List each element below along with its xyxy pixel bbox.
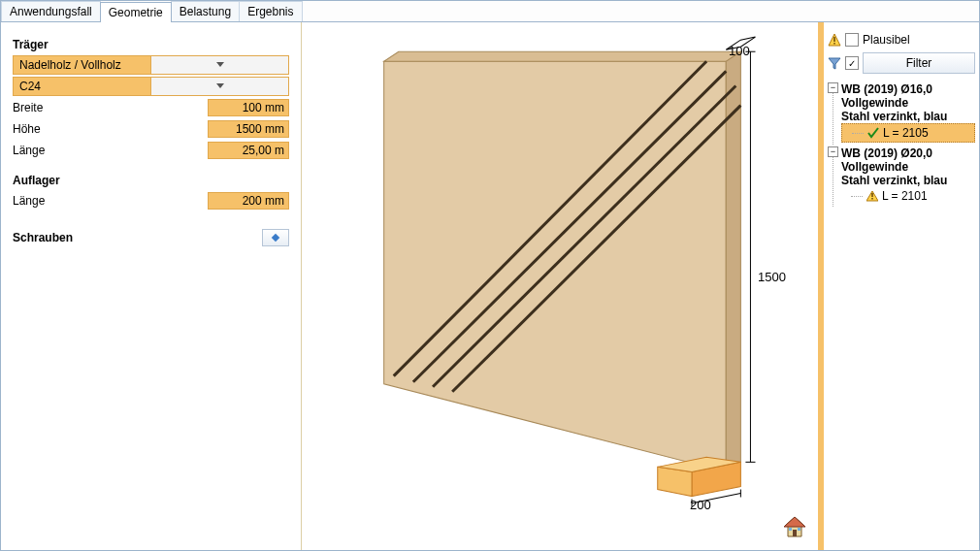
svg-rect-0: [272, 234, 279, 242]
plausibel-label: Plausibel: [863, 33, 910, 47]
warning-icon: [828, 33, 841, 47]
funnel-icon: [828, 56, 841, 70]
tab-bar: Anwendungsfall Geometrie Belastung Ergeb…: [1, 1, 979, 22]
collapse-icon[interactable]: −: [828, 82, 838, 93]
viewport-3d[interactable]: 100 1500 200: [302, 22, 818, 550]
laenge-input[interactable]: 25,00 m: [208, 142, 289, 159]
svg-rect-19: [793, 530, 797, 536]
svg-rect-28: [871, 198, 872, 200]
auflager-laenge-label: Länge: [13, 194, 208, 208]
svg-rect-21: [798, 528, 800, 531]
leaf-label: L = 2101: [882, 189, 928, 203]
dim-top: 100: [729, 44, 750, 58]
tree-node-sub2: Stahl verzinkt, blau: [841, 174, 975, 187]
collapse-icon[interactable]: −: [828, 146, 838, 157]
section-auflager: Auflager: [13, 174, 289, 187]
svg-marker-18: [784, 517, 805, 527]
dim-side: 1500: [758, 270, 786, 284]
class-select[interactable]: C24: [13, 77, 289, 96]
hoehe-label: Höhe: [13, 122, 208, 136]
hoehe-input[interactable]: 1500 mm: [208, 120, 289, 138]
tab-anwendungsfall[interactable]: Anwendungsfall: [1, 1, 101, 21]
tree-node-title: WB (2019) Ø16,0: [841, 82, 975, 96]
laenge-label: Länge: [13, 144, 208, 157]
plausibel-checkbox[interactable]: [845, 33, 859, 47]
tree-node[interactable]: − WB (2019) Ø16,0 Vollgewinde Stahl verz…: [828, 81, 975, 145]
material-value: Nadelholz / Vollholz: [14, 58, 150, 72]
auflager-laenge-input[interactable]: 200 mm: [208, 192, 289, 210]
leaf-label: L = 2105: [883, 126, 929, 140]
svg-rect-23: [833, 37, 834, 42]
diamond-icon: [270, 232, 281, 243]
svg-rect-24: [833, 43, 834, 45]
breite-label: Breite: [13, 101, 208, 114]
tab-geometrie[interactable]: Geometrie: [100, 2, 172, 22]
result-tree: − WB (2019) Ø16,0 Vollgewinde Stahl verz…: [828, 81, 975, 207]
section-traeger: Träger: [13, 38, 289, 51]
tab-belastung[interactable]: Belastung: [171, 1, 240, 21]
right-panel: Plausibel Filter − WB (2019) Ø16,0 Vollg…: [824, 22, 979, 550]
tree-leaf[interactable]: L = 2101: [841, 187, 975, 205]
filter-button[interactable]: Filter: [863, 52, 975, 74]
tree-node-title: WB (2019) Ø20,0: [841, 146, 975, 160]
svg-rect-27: [871, 193, 872, 197]
left-panel: Träger Nadelholz / Vollholz C24 Breite 1…: [1, 22, 302, 550]
svg-rect-20: [789, 528, 792, 531]
chevron-down-icon: [150, 78, 288, 95]
chevron-down-icon: [150, 56, 288, 74]
tree-node-sub1: Vollgewinde: [841, 96, 975, 110]
tree-node[interactable]: − WB (2019) Ø20,0 Vollgewinde Stahl verz…: [828, 145, 975, 207]
dim-bottom: 200: [690, 498, 711, 512]
schrauben-button[interactable]: [262, 229, 289, 246]
warning-icon: [866, 190, 878, 202]
beam-render: [302, 22, 818, 550]
home-icon[interactable]: [781, 513, 808, 540]
section-schrauben: Schrauben: [13, 231, 262, 244]
svg-marker-2: [384, 51, 741, 61]
check-icon: [867, 127, 879, 139]
material-select[interactable]: Nadelholz / Vollholz: [13, 55, 289, 75]
filter-checkbox[interactable]: [845, 56, 859, 70]
tree-node-sub1: Vollgewinde: [841, 160, 975, 174]
tree-leaf[interactable]: L = 2105: [841, 123, 975, 143]
tab-ergebnis[interactable]: Ergebnis: [239, 1, 302, 21]
tree-node-sub2: Stahl verzinkt, blau: [841, 110, 975, 123]
class-value: C24: [14, 80, 150, 93]
svg-marker-25: [829, 58, 840, 69]
breite-input[interactable]: 100 mm: [208, 99, 289, 116]
